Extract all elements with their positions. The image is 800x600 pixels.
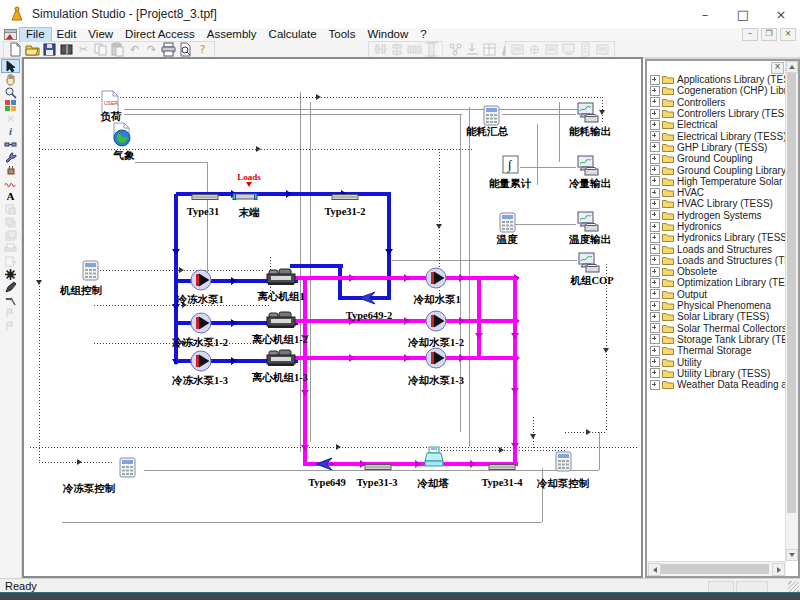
document-restore-button[interactable]: ❐: [761, 28, 777, 41]
expand-plus-icon[interactable]: [650, 75, 660, 85]
node-energy-integrator[interactable]: ∫: [502, 155, 519, 177]
expand-plus-icon[interactable]: [650, 165, 660, 175]
signal-wave-tool-button[interactable]: [2, 177, 19, 189]
print-preview-button[interactable]: [177, 43, 194, 57]
information-tool-button[interactable]: i: [2, 125, 19, 137]
expand-plus-icon[interactable]: [650, 210, 660, 220]
expand-plus-icon[interactable]: [650, 176, 660, 186]
settings-gear-tool-button[interactable]: [2, 268, 19, 280]
node-chiller-1-3[interactable]: [266, 349, 296, 370]
library-item-electrical-library-tess-[interactable]: Electrical Library (TESS): [649, 130, 785, 141]
menu-file[interactable]: File: [20, 28, 51, 41]
expand-plus-icon[interactable]: [650, 154, 660, 164]
expand-plus-icon[interactable]: [650, 86, 660, 96]
expand-plus-icon[interactable]: [650, 323, 660, 333]
node-type649-2[interactable]: [358, 290, 378, 309]
library-item-obsolete[interactable]: Obsolete: [649, 266, 785, 277]
expand-plus-icon[interactable]: [650, 278, 660, 288]
expand-plus-icon[interactable]: [650, 346, 660, 356]
library-horizontal-scrollbar[interactable]: [647, 561, 786, 576]
expand-plus-icon[interactable]: [650, 357, 660, 367]
node-type31-4[interactable]: [488, 460, 516, 474]
library-item-hvac-library-tess-[interactable]: HVAC Library (TESS): [649, 198, 785, 209]
library-item-electrical[interactable]: Electrical: [649, 119, 785, 130]
library-item-optimization-library-tess-[interactable]: Optimization Library (TESS): [649, 277, 785, 288]
chilled-water-pipe[interactable]: [290, 264, 343, 268]
scroll-down-icon[interactable]: [786, 549, 798, 561]
library-item-hydronics-library-tess-[interactable]: Hydronics Library (TESS): [649, 232, 785, 243]
node-terminal[interactable]: [232, 190, 258, 204]
expand-plus-icon[interactable]: [650, 97, 660, 107]
node-weather[interactable]: [110, 122, 134, 151]
chilled-water-pipe[interactable]: [338, 266, 342, 300]
library-item-loads-and-structures-tess-[interactable]: Loads and Structures (TESS): [649, 255, 785, 266]
build-tools-tool-button[interactable]: [2, 294, 19, 306]
pen-draw-tool-button[interactable]: [2, 281, 19, 293]
window-close-button[interactable]: ×: [762, 0, 800, 28]
library-item-ghp-library-tess-[interactable]: GHP Library (TESS): [649, 142, 785, 153]
scroll-up-icon[interactable]: [786, 61, 798, 73]
save-button[interactable]: [41, 43, 58, 57]
menu-assembly[interactable]: Assembly: [201, 28, 263, 41]
library-item-weather-data-reading-and-processing[interactable]: Weather Data Reading and Processing: [649, 379, 785, 390]
node-type31-2[interactable]: [331, 190, 359, 204]
scrollbar-thumb[interactable]: [661, 564, 769, 574]
node-chw-pump-1-3[interactable]: [188, 350, 214, 375]
project-canvas[interactable]: USER负荷气象机组控制冷冻泵控制Type31末端LoadsType31-2冷冻…: [24, 59, 637, 572]
panel-close-icon[interactable]: ×: [771, 62, 784, 74]
library-item-solar-thermal-collectors[interactable]: Solar Thermal Collectors: [649, 323, 785, 334]
menu-?[interactable]: ?: [414, 28, 432, 41]
window-minimize-button[interactable]: –: [686, 0, 724, 28]
library-vertical-scrollbar[interactable]: [785, 61, 798, 561]
scroll-right-icon[interactable]: [772, 563, 785, 576]
library-item-controllers-library-tess-[interactable]: Controllers Library (TESS): [649, 108, 785, 119]
node-cw-pump-1[interactable]: [423, 267, 449, 292]
node-chw-pump-control[interactable]: [119, 457, 136, 481]
document-minimize-button[interactable]: –: [742, 28, 758, 41]
scrollbar-thumb[interactable]: [787, 73, 796, 513]
menu-edit[interactable]: Edit: [51, 28, 83, 41]
expand-plus-icon[interactable]: [650, 334, 660, 344]
link-connect-tool-button[interactable]: [2, 138, 19, 150]
cooling-water-pipe[interactable]: [305, 462, 518, 466]
scroll-left-icon[interactable]: [648, 563, 661, 576]
node-unit-control[interactable]: [82, 260, 99, 284]
node-chw-pump-1[interactable]: [188, 269, 214, 294]
text-label-tool-button[interactable]: A: [2, 190, 19, 202]
expand-plus-icon[interactable]: [650, 131, 660, 141]
library-item-thermal-storage[interactable]: Thermal Storage: [649, 345, 785, 356]
expand-plus-icon[interactable]: [650, 188, 660, 198]
menu-calculate[interactable]: Calculate: [263, 28, 323, 41]
library-item-loads-and-structures[interactable]: Loads and Structures: [649, 243, 785, 254]
node-cw-pump-control[interactable]: [555, 451, 572, 475]
window-maximize-button[interactable]: □: [724, 0, 762, 28]
expand-plus-icon[interactable]: [650, 267, 660, 277]
library-item-utility-library-tess-[interactable]: Utility Library (TESS): [649, 368, 785, 379]
expand-plus-icon[interactable]: [650, 301, 660, 311]
expand-plus-icon[interactable]: [650, 233, 660, 243]
select-tool-button[interactable]: [2, 60, 19, 72]
expand-plus-icon[interactable]: [650, 222, 660, 232]
print-button[interactable]: [160, 43, 177, 57]
node-type31[interactable]: [191, 190, 219, 204]
zoom-tool-button[interactable]: [2, 86, 19, 98]
menu-view[interactable]: View: [82, 28, 119, 41]
library-item-applications-library-tess-[interactable]: Applications Library (TESS): [649, 74, 785, 85]
expand-plus-icon[interactable]: [650, 142, 660, 152]
expand-plus-icon[interactable]: [650, 199, 660, 209]
chilled-water-pipe[interactable]: [387, 194, 391, 300]
node-energy-output[interactable]: [576, 102, 600, 127]
node-chw-pump-1-2[interactable]: [188, 312, 214, 337]
expand-plus-icon[interactable]: [650, 289, 660, 299]
expand-plus-icon[interactable]: [650, 109, 660, 119]
library-item-high-temperature-solar-tess-[interactable]: High Temperature Solar (TESS): [649, 176, 785, 187]
help-button[interactable]: ?: [194, 43, 211, 57]
save-all-button[interactable]: [58, 43, 75, 57]
library-item-ground-coupling[interactable]: Ground Coupling: [649, 153, 785, 164]
expand-plus-icon[interactable]: [650, 380, 660, 390]
pan-tool-button[interactable]: [2, 73, 19, 85]
expand-plus-icon[interactable]: [650, 368, 660, 378]
library-item-controllers[interactable]: Controllers: [649, 97, 785, 108]
library-item-utility[interactable]: Utility: [649, 356, 785, 367]
wrench-parameters-tool-button[interactable]: [2, 151, 19, 163]
